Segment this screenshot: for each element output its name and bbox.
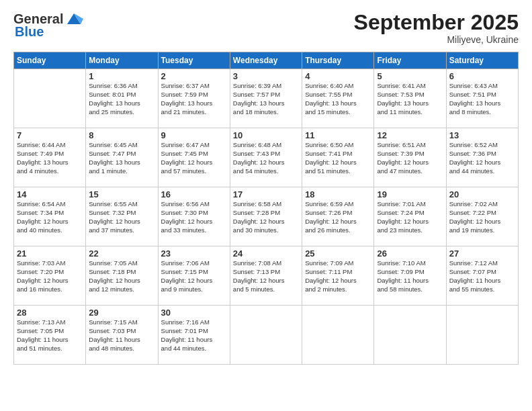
cell-info: Sunrise: 6:56 AMSunset: 7:30 PMDaylight:… bbox=[161, 200, 227, 234]
calendar-week-row: 21Sunrise: 7:03 AMSunset: 7:20 PMDayligh… bbox=[14, 246, 519, 306]
cell-info: Sunrise: 6:39 AMSunset: 7:57 PMDaylight:… bbox=[233, 82, 299, 116]
logo-blue: Blue bbox=[15, 24, 44, 39]
table-row: 5Sunrise: 6:41 AMSunset: 7:53 PMDaylight… bbox=[374, 69, 446, 128]
table-row: 17Sunrise: 6:58 AMSunset: 7:28 PMDayligh… bbox=[230, 187, 302, 246]
day-number: 22 bbox=[89, 248, 154, 259]
day-number: 5 bbox=[377, 71, 443, 81]
day-number: 26 bbox=[377, 248, 443, 259]
page: General Blue September 2025 Miliyeve, Uk… bbox=[0, 0, 532, 411]
subtitle: Miliyeve, Ukraine bbox=[354, 34, 519, 45]
header: General Blue September 2025 Miliyeve, Uk… bbox=[13, 11, 519, 45]
day-number: 24 bbox=[233, 248, 299, 259]
day-number: 29 bbox=[89, 308, 154, 318]
day-number: 2 bbox=[161, 71, 227, 81]
calendar-week-row: 1Sunrise: 6:36 AMSunset: 8:01 PMDaylight… bbox=[14, 69, 519, 128]
cell-info: Sunrise: 6:51 AMSunset: 7:39 PMDaylight:… bbox=[377, 141, 443, 175]
cell-info: Sunrise: 6:36 AMSunset: 8:01 PMDaylight:… bbox=[89, 82, 154, 116]
cell-info: Sunrise: 7:05 AMSunset: 7:18 PMDaylight:… bbox=[89, 259, 154, 293]
cell-info: Sunrise: 7:03 AMSunset: 7:20 PMDaylight:… bbox=[17, 259, 83, 293]
table-row: 29Sunrise: 7:15 AMSunset: 7:03 PMDayligh… bbox=[86, 306, 158, 365]
table-row: 26Sunrise: 7:10 AMSunset: 7:09 PMDayligh… bbox=[374, 246, 446, 306]
col-tuesday: Tuesday bbox=[158, 52, 230, 69]
cell-info: Sunrise: 6:41 AMSunset: 7:53 PMDaylight:… bbox=[377, 82, 443, 116]
day-number: 3 bbox=[233, 71, 299, 81]
col-sunday: Sunday bbox=[14, 52, 86, 69]
cell-info: Sunrise: 7:16 AMSunset: 7:01 PMDaylight:… bbox=[161, 318, 227, 353]
cell-info: Sunrise: 6:50 AMSunset: 7:41 PMDaylight:… bbox=[305, 141, 371, 175]
day-number: 6 bbox=[449, 71, 515, 81]
cell-info: Sunrise: 7:08 AMSunset: 7:13 PMDaylight:… bbox=[233, 259, 299, 293]
cell-info: Sunrise: 6:59 AMSunset: 7:26 PMDaylight:… bbox=[305, 200, 371, 234]
table-row: 8Sunrise: 6:45 AMSunset: 7:47 PMDaylight… bbox=[86, 128, 158, 187]
day-number: 17 bbox=[233, 189, 299, 199]
table-row: 16Sunrise: 6:56 AMSunset: 7:30 PMDayligh… bbox=[158, 187, 230, 246]
cell-info: Sunrise: 7:06 AMSunset: 7:15 PMDaylight:… bbox=[161, 259, 227, 293]
table-row: 13Sunrise: 6:52 AMSunset: 7:36 PMDayligh… bbox=[446, 128, 518, 187]
day-number: 7 bbox=[17, 130, 83, 140]
table-row: 7Sunrise: 6:44 AMSunset: 7:49 PMDaylight… bbox=[14, 128, 86, 187]
cell-info: Sunrise: 7:15 AMSunset: 7:03 PMDaylight:… bbox=[89, 318, 154, 353]
cell-info: Sunrise: 7:02 AMSunset: 7:22 PMDaylight:… bbox=[449, 200, 515, 234]
table-row: 21Sunrise: 7:03 AMSunset: 7:20 PMDayligh… bbox=[14, 246, 86, 306]
cell-info: Sunrise: 6:47 AMSunset: 7:45 PMDaylight:… bbox=[161, 141, 227, 175]
cell-info: Sunrise: 6:40 AMSunset: 7:55 PMDaylight:… bbox=[305, 82, 371, 116]
day-number: 4 bbox=[305, 71, 371, 81]
cell-info: Sunrise: 6:54 AMSunset: 7:34 PMDaylight:… bbox=[17, 200, 83, 234]
day-number: 14 bbox=[17, 189, 83, 199]
title-block: September 2025 Miliyeve, Ukraine bbox=[354, 11, 519, 45]
cell-info: Sunrise: 6:48 AMSunset: 7:43 PMDaylight:… bbox=[233, 141, 299, 175]
table-row: 4Sunrise: 6:40 AMSunset: 7:55 PMDaylight… bbox=[302, 69, 374, 128]
day-number: 20 bbox=[449, 189, 515, 199]
calendar-week-row: 14Sunrise: 6:54 AMSunset: 7:34 PMDayligh… bbox=[14, 187, 519, 246]
col-thursday: Thursday bbox=[302, 52, 374, 69]
day-number: 27 bbox=[449, 248, 515, 259]
cell-info: Sunrise: 6:52 AMSunset: 7:36 PMDaylight:… bbox=[449, 141, 515, 175]
cell-info: Sunrise: 6:44 AMSunset: 7:49 PMDaylight:… bbox=[17, 141, 83, 175]
day-number: 19 bbox=[377, 189, 443, 199]
table-row: 24Sunrise: 7:08 AMSunset: 7:13 PMDayligh… bbox=[230, 246, 302, 306]
table-row: 27Sunrise: 7:12 AMSunset: 7:07 PMDayligh… bbox=[446, 246, 518, 306]
table-row: 3Sunrise: 6:39 AMSunset: 7:57 PMDaylight… bbox=[230, 69, 302, 128]
cell-info: Sunrise: 6:43 AMSunset: 7:51 PMDaylight:… bbox=[449, 82, 515, 116]
table-row bbox=[302, 306, 374, 365]
table-row bbox=[14, 69, 86, 128]
month-title: September 2025 bbox=[354, 11, 519, 34]
cell-info: Sunrise: 6:45 AMSunset: 7:47 PMDaylight:… bbox=[89, 141, 154, 175]
day-number: 28 bbox=[17, 308, 83, 318]
calendar-week-row: 7Sunrise: 6:44 AMSunset: 7:49 PMDaylight… bbox=[14, 128, 519, 187]
cell-info: Sunrise: 7:13 AMSunset: 7:05 PMDaylight:… bbox=[17, 318, 83, 353]
day-number: 8 bbox=[89, 130, 154, 140]
table-row: 20Sunrise: 7:02 AMSunset: 7:22 PMDayligh… bbox=[446, 187, 518, 246]
calendar-header-row: Sunday Monday Tuesday Wednesday Thursday… bbox=[14, 52, 519, 69]
table-row: 28Sunrise: 7:13 AMSunset: 7:05 PMDayligh… bbox=[14, 306, 86, 365]
day-number: 16 bbox=[161, 189, 227, 199]
table-row: 12Sunrise: 6:51 AMSunset: 7:39 PMDayligh… bbox=[374, 128, 446, 187]
col-monday: Monday bbox=[86, 52, 158, 69]
table-row: 14Sunrise: 6:54 AMSunset: 7:34 PMDayligh… bbox=[14, 187, 86, 246]
cell-info: Sunrise: 6:55 AMSunset: 7:32 PMDaylight:… bbox=[89, 200, 154, 234]
day-number: 11 bbox=[305, 130, 371, 140]
table-row: 22Sunrise: 7:05 AMSunset: 7:18 PMDayligh… bbox=[86, 246, 158, 306]
table-row bbox=[374, 306, 446, 365]
day-number: 9 bbox=[161, 130, 227, 140]
table-row: 18Sunrise: 6:59 AMSunset: 7:26 PMDayligh… bbox=[302, 187, 374, 246]
table-row: 11Sunrise: 6:50 AMSunset: 7:41 PMDayligh… bbox=[302, 128, 374, 187]
table-row: 9Sunrise: 6:47 AMSunset: 7:45 PMDaylight… bbox=[158, 128, 230, 187]
cell-info: Sunrise: 6:58 AMSunset: 7:28 PMDaylight:… bbox=[233, 200, 299, 234]
table-row bbox=[230, 306, 302, 365]
day-number: 15 bbox=[89, 189, 154, 199]
day-number: 10 bbox=[233, 130, 299, 140]
cell-info: Sunrise: 7:12 AMSunset: 7:07 PMDaylight:… bbox=[449, 259, 515, 293]
day-number: 1 bbox=[89, 71, 154, 81]
day-number: 23 bbox=[161, 248, 227, 259]
logo-icon bbox=[64, 11, 83, 27]
day-number: 12 bbox=[377, 130, 443, 140]
logo: General Blue bbox=[13, 11, 83, 40]
cell-info: Sunrise: 6:37 AMSunset: 7:59 PMDaylight:… bbox=[161, 82, 227, 116]
day-number: 13 bbox=[449, 130, 515, 140]
table-row: 10Sunrise: 6:48 AMSunset: 7:43 PMDayligh… bbox=[230, 128, 302, 187]
table-row: 23Sunrise: 7:06 AMSunset: 7:15 PMDayligh… bbox=[158, 246, 230, 306]
calendar: Sunday Monday Tuesday Wednesday Thursday… bbox=[13, 52, 519, 365]
cell-info: Sunrise: 7:10 AMSunset: 7:09 PMDaylight:… bbox=[377, 259, 443, 293]
table-row: 15Sunrise: 6:55 AMSunset: 7:32 PMDayligh… bbox=[86, 187, 158, 246]
